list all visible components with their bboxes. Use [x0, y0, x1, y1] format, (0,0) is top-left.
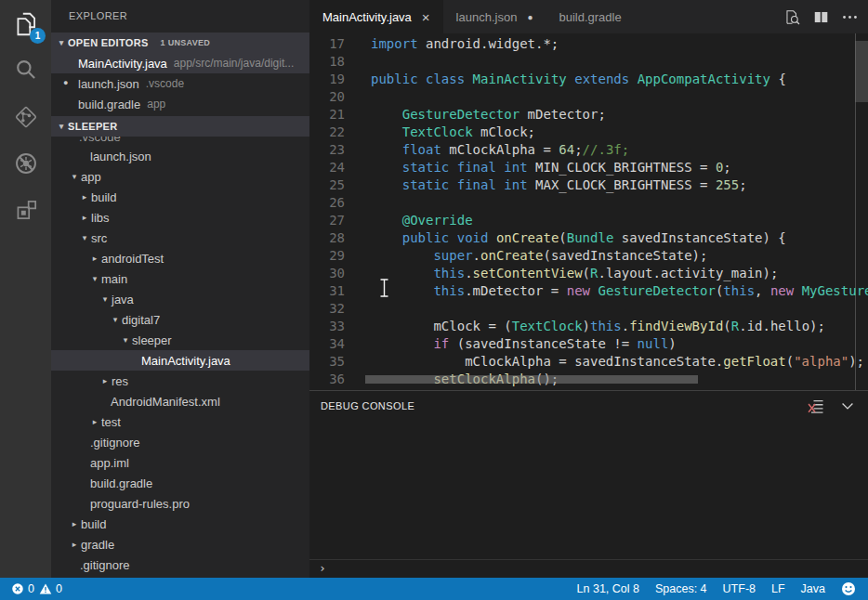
code-line[interactable]: 18: [309, 53, 868, 71]
folder-section-header[interactable]: ▾ SLEEPER: [51, 116, 309, 137]
tree-item-androidtest[interactable]: ▸androidTest: [51, 248, 309, 268]
file-tree: ▾ SLEEPER .vscode launch.json▾app▸build▸…: [51, 116, 309, 578]
code-line[interactable]: 32: [309, 300, 868, 318]
console-prompt-icon: ›: [319, 561, 326, 576]
line-number: 23: [309, 141, 345, 159]
tree-item-sleeper[interactable]: ▾sleeper: [51, 330, 309, 350]
tree-item-java[interactable]: ▾java: [51, 289, 309, 309]
status-indentation[interactable]: Spaces: 4: [655, 582, 707, 595]
code-line[interactable]: 23 float mClockAlpha = 64;//.3f;: [309, 141, 868, 159]
code-line[interactable]: 34 if (savedInstanceState != null): [309, 335, 868, 353]
code-line[interactable]: 20: [309, 88, 868, 106]
dirty-indicator-icon[interactable]: ●: [527, 12, 533, 22]
chevron-down-icon[interactable]: [838, 397, 857, 415]
close-icon[interactable]: ×: [422, 10, 430, 24]
code-line[interactable]: 31 this.mDetector = new GestureDetector(…: [309, 282, 868, 300]
activity-bar: 1: [0, 0, 51, 578]
status-cursor-position[interactable]: Ln 31, Col 8: [577, 582, 639, 595]
tree-item-label: AndroidManifest.xml: [111, 395, 220, 409]
tree-item-label: build.gradle: [90, 476, 152, 490]
code-line[interactable]: 19public class MainActivity extends AppC…: [309, 71, 868, 88]
tab-label: build.gradle: [559, 10, 621, 24]
open-editor-detail: .vscode: [146, 77, 184, 90]
tree-item-androidmanifest-xml[interactable]: AndroidManifest.xml: [51, 391, 309, 411]
horizontal-scrollbar[interactable]: [365, 375, 698, 384]
tree-item-gitignore[interactable]: .gitignore: [51, 432, 309, 452]
chevron-expanded-icon: ▾: [99, 294, 111, 304]
chevron-expanded-icon: ▾: [120, 335, 131, 345]
code-line[interactable]: 33 mClock = (TextClock)this.findViewById…: [309, 318, 868, 335]
file-search-icon[interactable]: [783, 7, 801, 26]
code-text: public void onCreate(Bundle savedInstanc…: [345, 229, 786, 247]
tree-item-clipped[interactable]: .vscode: [51, 137, 309, 146]
tree-item-build-gradle[interactable]: build.gradle: [51, 473, 309, 493]
vertical-scrollbar[interactable]: [855, 41, 868, 102]
debug-console-input[interactable]: ›: [309, 559, 868, 576]
tree-item-build[interactable]: ▸build: [51, 187, 309, 207]
status-errors[interactable]: 0: [11, 582, 34, 595]
activity-badge: 1: [30, 28, 46, 44]
code-line[interactable]: 26: [309, 194, 868, 212]
open-editors-header[interactable]: ▾ OPEN EDITORS 1 UNSAVED: [51, 33, 309, 53]
tab-launch-json[interactable]: launch.json●: [443, 0, 546, 33]
chevron-expanded-icon: ▾: [89, 274, 100, 283]
code-editor[interactable]: 17import android.widget.*;1819public cla…: [309, 33, 868, 390]
tree-item-mainactivity-java[interactable]: MainActivity.java: [51, 350, 309, 371]
code-line[interactable]: 21 GestureDetector mDetector;: [309, 106, 868, 124]
code-line[interactable]: 28 public void onCreate(Bundle savedInst…: [309, 229, 868, 247]
tree-item-gradle[interactable]: ▸gradle: [51, 534, 309, 554]
tab-build-gradle[interactable]: build.gradle: [546, 0, 634, 33]
code-line[interactable]: 29 super.onCreate(savedInstanceState);: [309, 247, 868, 265]
clear-console-icon[interactable]: [807, 397, 825, 415]
split-editor-icon[interactable]: [811, 7, 830, 26]
tab-mainactivity-java[interactable]: MainActivity.java×: [309, 0, 443, 33]
tree-item-label: launch.json: [90, 150, 151, 163]
code-line[interactable]: 35 mClockAlpha = savedInstanceState.getF…: [309, 353, 868, 371]
activity-item-debug[interactable]: [0, 141, 51, 188]
status-encoding[interactable]: UTF-8: [723, 582, 756, 595]
tree-item-label: digital7: [122, 313, 160, 327]
status-warnings[interactable]: 0: [39, 582, 62, 595]
tree-item-launch-json[interactable]: launch.json: [51, 146, 309, 166]
chevron-collapsed-icon: ▸: [79, 192, 90, 202]
activity-item-source-control[interactable]: [0, 95, 51, 141]
tab-label: launch.json: [456, 10, 518, 24]
tree-item-src[interactable]: ▾src: [51, 228, 309, 248]
code-line[interactable]: 30 this.setContentView(R.layout.activity…: [309, 265, 868, 282]
ellipsis-icon[interactable]: [840, 7, 859, 26]
status-feedback[interactable]: [841, 581, 856, 596]
status-language-mode[interactable]: Java: [801, 582, 825, 595]
open-editors-list: MainActivity.javaapp/src/main/java/digit…: [51, 53, 309, 114]
code-text: public class MainActivity extends AppCom…: [345, 71, 786, 88]
status-eol[interactable]: LF: [771, 582, 785, 595]
code-text: @Override: [345, 212, 473, 229]
tree-item-libs[interactable]: ▸libs: [51, 207, 309, 228]
chevron-expanded-icon: ▾: [69, 172, 80, 181]
line-number: 18: [309, 53, 345, 71]
tree-item-build[interactable]: ▸build: [51, 514, 309, 534]
activity-item-explorer[interactable]: 1: [0, 2, 51, 48]
code-line[interactable]: 17import android.widget.*;: [309, 35, 868, 53]
tree-item-main[interactable]: ▾main: [51, 268, 309, 289]
tree-item-res[interactable]: ▸res: [51, 371, 309, 391]
open-editor-item-build-gradle[interactable]: build.gradleapp: [51, 94, 309, 114]
activity-item-search[interactable]: [0, 48, 51, 95]
code-line[interactable]: 22 TextClock mClock;: [309, 124, 868, 141]
tree-item-proguard-rules-pro[interactable]: proguard-rules.pro: [51, 493, 309, 514]
dirty-indicator-icon[interactable]: ●: [63, 73, 68, 94]
code-line[interactable]: 27 @Override: [309, 212, 868, 229]
tree-item-app[interactable]: ▾app: [51, 166, 309, 187]
open-editor-item-mainactivity-java[interactable]: MainActivity.javaapp/src/main/java/digit…: [51, 53, 309, 73]
tree-item-digital7[interactable]: ▾digital7: [51, 309, 309, 330]
debug-icon: [12, 150, 40, 180]
tree-item-gitignore[interactable]: .gitignore: [51, 554, 309, 575]
unsaved-count-badge: 1 UNSAVED: [161, 38, 211, 47]
open-editor-item-launch-json[interactable]: ●launch.json.vscode: [51, 73, 309, 94]
code-line[interactable]: 24 static final int MIN_CLOCK_BRIGHTNESS…: [309, 159, 868, 176]
tree-item-app-iml[interactable]: app.iml: [51, 452, 309, 473]
activity-item-extensions[interactable]: [0, 188, 51, 234]
line-number: 17: [309, 35, 345, 53]
code-line[interactable]: 25 static final int MAX_CLOCK_BRIGHTNESS…: [309, 176, 868, 194]
code-text: [345, 194, 371, 212]
tree-item-test[interactable]: ▸test: [51, 411, 309, 432]
